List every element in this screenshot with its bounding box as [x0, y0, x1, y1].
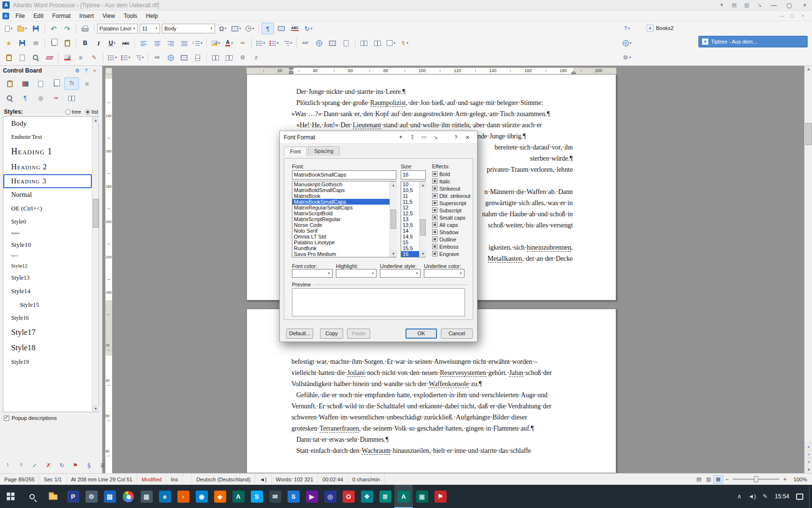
show-desktop-button[interactable]: [809, 485, 812, 508]
save-button[interactable]: [29, 23, 42, 34]
taskbar-app-settings[interactable]: ⚙: [82, 485, 101, 508]
maximize-button[interactable]: ▢: [782, 0, 797, 10]
undo-button[interactable]: ↶: [47, 23, 60, 34]
highlight-combo[interactable]: ▾: [336, 269, 377, 278]
format-panel-button[interactable]: Tt: [64, 77, 79, 90]
gear-icon[interactable]: ⚙: [73, 67, 82, 75]
copy-button[interactable]: Copy: [320, 329, 343, 339]
new-document-button[interactable]: ▾: [2, 23, 15, 34]
underline-color-combo[interactable]: ▾: [424, 269, 464, 278]
autoformat-button[interactable]: ↯▾: [398, 37, 411, 49]
font-color-button[interactable]: A▾: [223, 37, 235, 49]
taskbar-app-orange-diamond[interactable]: ◆: [211, 485, 229, 508]
taskbar-app-atlantis[interactable]: A: [394, 485, 413, 508]
view-side-by-side-button[interactable]: [223, 52, 235, 63]
effect-outline[interactable]: Outline: [432, 236, 456, 242]
panels-icon[interactable]: ▤: [728, 1, 740, 10]
menu-insert[interactable]: Insert: [75, 11, 98, 21]
italic-button[interactable]: I: [92, 37, 105, 49]
autocorrect-button[interactable]: ↻▾: [302, 23, 315, 34]
section-tool-button[interactable]: §: [83, 460, 95, 471]
style-item-heading-2[interactable]: Heading 2: [3, 160, 92, 174]
chevron-down-icon[interactable]: ▾: [458, 271, 464, 275]
search-panel-button[interactable]: ◎: [33, 92, 48, 105]
start-button[interactable]: [0, 485, 21, 508]
list-radio[interactable]: [85, 109, 90, 115]
mdi-restore-button[interactable]: ▢: [787, 12, 798, 20]
left-indent-marker[interactable]: [289, 71, 293, 74]
help-icon[interactable]: ?: [82, 67, 90, 75]
font-name-input[interactable]: MatrixBookSmallCaps: [292, 170, 396, 179]
taskbar-app-s-blue[interactable]: S: [284, 485, 303, 508]
effect-bold[interactable]: Bold: [432, 171, 450, 177]
network-button[interactable]: #: [250, 52, 262, 63]
view-draft-button[interactable]: ▤: [694, 475, 704, 484]
shrink-button[interactable]: ↘: [430, 133, 441, 142]
align-right-button[interactable]: [164, 37, 177, 49]
change-case-button[interactable]: AB: [151, 52, 163, 63]
effect-strikeout[interactable]: Strikeout: [432, 185, 460, 192]
collapse-icon[interactable]: ↘: [753, 1, 766, 10]
minimize-button[interactable]: —: [767, 0, 781, 10]
mdi-minimize-button[interactable]: —: [776, 12, 787, 20]
taskbar-app-atlantis-doc[interactable]: A: [229, 485, 247, 508]
font-listbox[interactable]: Manuskript GothischMatrixBoldSmallCapsMa…: [292, 181, 396, 257]
view-layout-button[interactable]: ▥: [704, 475, 713, 484]
documents-icon[interactable]: ▥: [740, 1, 753, 10]
ok-button[interactable]: OK: [406, 329, 437, 339]
underline-button[interactable]: U▾: [106, 37, 118, 49]
style-item-style16[interactable]: Style16: [3, 312, 92, 325]
open-button[interactable]: ▾: [16, 23, 29, 34]
zoom-button[interactable]: [29, 52, 42, 63]
taskbar-app-teal-box[interactable]: ▣: [413, 485, 431, 508]
web-view-button[interactable]: [164, 52, 177, 63]
strikethrough-button[interactable]: ABC: [119, 37, 132, 49]
next-page-button[interactable]: ▼: [805, 458, 812, 465]
tray-volume-icon[interactable]: ◄): [745, 493, 759, 500]
font-option[interactable]: MatrixScriptBold: [292, 210, 396, 216]
save-all-button[interactable]: [16, 37, 29, 49]
effect-engrave[interactable]: Engrave: [432, 251, 459, 257]
number-style-button[interactable]: ▾: [119, 52, 132, 63]
scroll-up-icon[interactable]: ▲: [420, 181, 426, 188]
taskbar-app-firefox[interactable]: ◗: [174, 485, 192, 508]
insert-table-button[interactable]: ▾: [230, 23, 243, 34]
zoom-slider-thumb[interactable]: [754, 476, 758, 482]
open-document-books2[interactable]: ABooks2: [644, 22, 677, 34]
effect-shadow[interactable]: Shadow: [432, 229, 459, 235]
style-item-body[interactable]: Body: [3, 117, 92, 131]
view-columns-button[interactable]: [209, 52, 222, 63]
scroll-down-icon[interactable]: ▼: [420, 250, 426, 257]
taskbar-clock[interactable]: 15:54: [771, 493, 793, 500]
eraser-button[interactable]: [43, 52, 56, 63]
menu-view[interactable]: View: [98, 11, 119, 21]
borders-button[interactable]: ▾: [385, 37, 397, 49]
endnote-tool-button[interactable]: ²: [15, 460, 28, 471]
style-item-style14[interactable]: Style14: [3, 284, 92, 298]
zoom-out-button[interactable]: −: [723, 476, 731, 483]
paragraph-panel-button[interactable]: ¶: [18, 92, 32, 105]
translate-button[interactable]: ▾: [621, 37, 633, 49]
font-size-input[interactable]: 16: [401, 170, 426, 179]
paste-button[interactable]: Paste: [347, 329, 370, 339]
taskbar-app-notes[interactable]: ≣: [376, 485, 394, 508]
effect-all-caps[interactable]: All caps: [432, 222, 458, 228]
effect-dbl-strikeout[interactable]: Dbl. strikeout: [432, 193, 470, 199]
email-button[interactable]: ✉: [29, 37, 42, 49]
scrollbar-thumb[interactable]: [93, 199, 99, 228]
style-item-endnote-text[interactable]: Endnote Text: [3, 131, 92, 144]
scroll-up-button[interactable]: ▲: [805, 65, 812, 73]
insert-symbol-button[interactable]: Ω▾: [217, 23, 229, 34]
font-option[interactable]: MatrixBoldSmallCaps: [292, 187, 396, 193]
tray-pen-icon[interactable]: ✎: [759, 493, 771, 500]
dialog-help-button[interactable]: ?: [450, 133, 462, 142]
effect-small-caps[interactable]: Small caps: [432, 214, 465, 221]
taskbar-app-gray-grid[interactable]: ▦: [137, 485, 156, 508]
style-item-style10[interactable]: Style10: [3, 238, 92, 252]
bullets-button[interactable]: ▾: [254, 37, 267, 49]
first-line-indent-marker[interactable]: [289, 68, 293, 71]
outline-panel-button[interactable]: ≡: [80, 77, 94, 90]
hyperlink-button[interactable]: [313, 37, 325, 49]
tray-chevron-icon[interactable]: ∧: [734, 493, 745, 500]
tab-spacing[interactable]: Spacing: [308, 146, 340, 156]
